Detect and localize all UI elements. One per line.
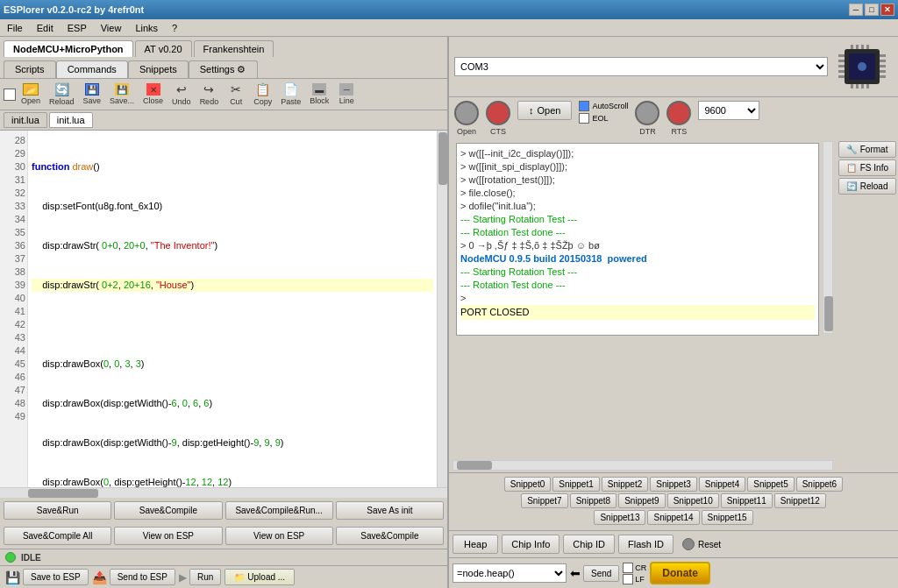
snippet-6[interactable]: Snippet6 xyxy=(796,477,843,492)
main-layout: NodeMCU+MicroPython AT v0.20 Frankenshte… xyxy=(0,37,898,588)
btn-open[interactable]: 📂 Open xyxy=(18,81,44,107)
btn-paste[interactable]: 📄 Paste xyxy=(277,81,304,108)
file-tab-1[interactable]: init.lua xyxy=(4,112,47,128)
btn-save-as[interactable]: 💾 Save... xyxy=(106,81,138,107)
btn-line[interactable]: ─ Line xyxy=(334,81,359,107)
baud-rate-select[interactable]: 9600 115200 57600 xyxy=(698,101,759,120)
btn-save-compile-all[interactable]: Save&Compile All xyxy=(4,527,111,545)
btn-reset[interactable]: Reset xyxy=(677,535,726,554)
snippet-15[interactable]: Snippet15 xyxy=(702,510,753,525)
tab-commands[interactable]: Commands xyxy=(56,60,128,78)
svg-rect-2 xyxy=(838,54,845,57)
donate-button[interactable]: Donate xyxy=(650,562,710,584)
btn-fs-info[interactable]: 📋 FS Info xyxy=(838,159,896,176)
h-scroll-thumb[interactable] xyxy=(28,489,98,498)
tab-scripts[interactable]: Scripts xyxy=(4,60,56,78)
btn-upload[interactable]: 📁 Upload ... xyxy=(224,569,295,585)
menu-help[interactable]: ? xyxy=(168,22,181,34)
ctrl-rts: RTS xyxy=(666,101,691,136)
open-button[interactable]: ↕ Open xyxy=(517,101,572,120)
btn-send[interactable]: Send xyxy=(583,565,619,582)
menu-view[interactable]: View xyxy=(97,22,125,34)
scrollbar-thumb[interactable] xyxy=(438,132,447,185)
btn-save-run[interactable]: Save&Run xyxy=(4,501,111,520)
tab-at[interactable]: AT v0.20 xyxy=(135,40,192,57)
snippet-9[interactable]: Snippet9 xyxy=(618,493,665,508)
ctrl-dtr-btn[interactable] xyxy=(635,101,659,125)
btn-send-to-esp[interactable]: Send to ESP xyxy=(110,569,175,585)
code-content[interactable]: function draw() disp:setFont(u8g.font_6x… xyxy=(28,131,437,487)
minimize-button[interactable]: ─ xyxy=(849,4,863,16)
btn-cut[interactable]: ✂ Cut xyxy=(224,81,248,108)
btn-close[interactable]: ✕ Close xyxy=(139,81,167,107)
snippet-14[interactable]: Snippet14 xyxy=(647,510,699,525)
run-icon: ▶ xyxy=(179,571,187,584)
h-scroll-editor[interactable] xyxy=(0,487,447,498)
maximize-button[interactable]: □ xyxy=(865,4,879,16)
lf-checkbox[interactable] xyxy=(623,574,633,584)
snippet-7[interactable]: Snippet7 xyxy=(521,493,567,508)
eol-checkbox[interactable] xyxy=(579,113,589,124)
btn-flash-id[interactable]: Flash ID xyxy=(618,535,674,554)
btn-save-to-esp[interactable]: Save to ESP xyxy=(23,569,89,585)
ctrl-open-btn[interactable] xyxy=(454,101,479,125)
btn-save-compile-run[interactable]: Save&Compile&Run... xyxy=(225,501,333,520)
code-editor[interactable]: 2829303132 3334353637 3839404142 4344454… xyxy=(0,131,447,487)
snippet-0[interactable]: Snippet0 xyxy=(504,477,551,492)
btn-view-esp-2[interactable]: View on ESP xyxy=(225,527,333,545)
autoscroll-checkbox[interactable] xyxy=(579,101,589,111)
terminal-h-scroll-thumb[interactable] xyxy=(457,461,492,470)
editor-scrollbar[interactable] xyxy=(437,131,447,487)
terminal-h-scroll[interactable] xyxy=(453,460,833,471)
ctrl-rts-btn[interactable] xyxy=(666,101,691,125)
ctrl-cts-btn[interactable] xyxy=(486,101,510,125)
btn-run[interactable]: Run xyxy=(189,569,221,585)
btn-save-compile-2[interactable]: Save&Compile xyxy=(336,527,444,545)
snippet-11[interactable]: Snippet11 xyxy=(721,493,773,508)
btn-copy[interactable]: 📋 Copy xyxy=(250,81,275,108)
snippet-8[interactable]: Snippet8 xyxy=(570,493,616,508)
btn-save-as-init[interactable]: Save As init xyxy=(336,501,444,520)
btn-chip-info[interactable]: Chip Info xyxy=(502,535,559,554)
btn-undo[interactable]: ↩ Undo xyxy=(168,81,195,108)
btn-block[interactable]: ▬ Block xyxy=(306,81,332,107)
btn-reload[interactable]: 🔄 Reload xyxy=(46,81,78,108)
cr-checkbox[interactable] xyxy=(623,563,633,573)
menu-file[interactable]: File xyxy=(4,22,26,34)
btn-save-compile[interactable]: Save&Compile xyxy=(114,501,222,520)
menu-edit[interactable]: Edit xyxy=(33,22,57,34)
btn-save[interactable]: 💾 Save xyxy=(80,81,105,107)
terminal-scrollbar[interactable] xyxy=(823,141,833,334)
snippet-13[interactable]: Snippet13 xyxy=(594,510,645,525)
btn-redo[interactable]: ↪ Redo xyxy=(196,81,223,108)
snippet-10[interactable]: Snippet10 xyxy=(667,493,719,508)
btn-heap[interactable]: Heap xyxy=(453,535,498,554)
btn-chip-id[interactable]: Chip ID xyxy=(563,535,615,554)
checkbox-all[interactable] xyxy=(4,89,16,101)
run-btn-area[interactable]: ▶ Run xyxy=(179,569,221,585)
snippet-2[interactable]: Snippet2 xyxy=(602,477,648,492)
btn-format[interactable]: 🔧 Format xyxy=(838,141,896,158)
btn-reload[interactable]: 🔄 Reload xyxy=(838,178,896,195)
snippet-5[interactable]: Snippet5 xyxy=(747,477,794,492)
tab-franken[interactable]: Frankenshtein xyxy=(194,40,274,57)
btn-view-esp-1[interactable]: View on ESP xyxy=(114,527,222,545)
tab-snippets[interactable]: Snippets xyxy=(128,60,189,78)
send-to-esp-btn[interactable]: 📤 Send to ESP xyxy=(92,569,175,585)
com-port-select[interactable]: COM3 xyxy=(454,57,828,76)
snippet-1[interactable]: Snippet1 xyxy=(552,477,599,492)
svg-point-20 xyxy=(858,62,866,71)
menu-links[interactable]: Links xyxy=(132,22,161,34)
tab-nodemcu[interactable]: NodeMCU+MicroPython xyxy=(4,40,133,57)
save-to-esp-btn[interactable]: 💾 Save to ESP xyxy=(5,569,89,585)
snippet-4[interactable]: Snippet4 xyxy=(699,477,745,492)
file-tab-2[interactable]: init.lua xyxy=(49,112,93,128)
menu-esp[interactable]: ESP xyxy=(64,22,90,34)
send-command-select[interactable]: =node.heap() xyxy=(453,563,567,583)
close-button[interactable]: ✕ xyxy=(880,4,894,16)
snippet-12[interactable]: Snippet12 xyxy=(774,493,826,508)
terminal-scroll-thumb[interactable] xyxy=(824,296,833,331)
snippet-3[interactable]: Snippet3 xyxy=(650,477,696,492)
terminal[interactable]: > w([[--init_i2c_display()]]); > w([[ini… xyxy=(456,143,819,336)
tab-settings[interactable]: Settings ⚙ xyxy=(189,60,258,78)
